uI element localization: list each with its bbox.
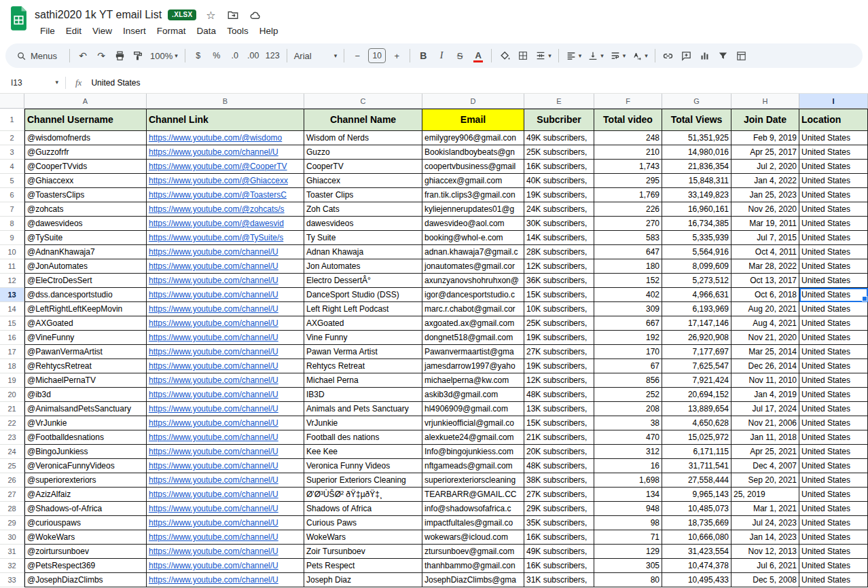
cell-G19[interactable]: 7,921,424 xyxy=(662,373,731,388)
cell-A3[interactable]: @Guzzofrfr xyxy=(24,145,147,160)
cell-B7[interactable]: https://www.youtube.com/@zohcats/s xyxy=(147,202,304,217)
cell-B13[interactable]: https://www.youtube.com/channel/U xyxy=(147,288,304,302)
cell-G18[interactable]: 7,625,547 xyxy=(662,359,731,373)
cell-A19[interactable]: @MichaelPernaTV xyxy=(24,373,147,388)
cell-A24[interactable]: @BingoJunkiess xyxy=(24,445,147,459)
cell-C29[interactable]: Curious Paws xyxy=(304,516,422,530)
cell-G23[interactable]: 15,025,972 xyxy=(662,430,731,445)
cell-G15[interactable]: 17,147,146 xyxy=(662,316,731,331)
cell-F17[interactable]: 170 xyxy=(594,345,662,359)
cell-F9[interactable]: 583 xyxy=(594,231,662,245)
cell-H19[interactable]: Nov 11, 2010 xyxy=(731,373,799,388)
cell-H27[interactable]: 25, 2019 xyxy=(731,488,799,502)
cell-A12[interactable]: @EleCtroDesSert xyxy=(24,274,147,288)
column-header-G[interactable]: G xyxy=(662,94,731,109)
header-cell-I1[interactable]: Location xyxy=(799,109,868,131)
cell-C33[interactable]: Joseph Diaz xyxy=(304,573,422,587)
menu-view[interactable]: View xyxy=(87,24,117,37)
cell-C24[interactable]: Kee Kee xyxy=(304,445,422,459)
redo-button[interactable]: ↷ xyxy=(92,46,110,65)
cell-D7[interactable]: kyliejennerupdates01@g xyxy=(422,202,524,217)
menu-file[interactable]: File xyxy=(35,24,60,37)
cell-E2[interactable]: 49K subscribers, xyxy=(524,131,594,145)
cell-B11[interactable]: https://www.youtube.com/channel/U xyxy=(147,259,304,274)
cell-B2[interactable]: https://www.youtube.com/@wisdomo xyxy=(147,131,304,145)
fill-color-button[interactable] xyxy=(496,46,513,65)
cell-H4[interactable]: Jul 2, 2020 xyxy=(731,160,799,174)
decrease-font-size-button[interactable]: − xyxy=(348,46,366,65)
cell-B4[interactable]: https://www.youtube.com/@CooperTV xyxy=(147,160,304,174)
cell-G7[interactable]: 16,960,161 xyxy=(662,202,731,217)
name-box[interactable]: I13 ▾ xyxy=(7,72,65,93)
cell-F30[interactable]: 71 xyxy=(594,530,662,545)
cell-A7[interactable]: @zohcats xyxy=(24,202,147,217)
cell-I11[interactable]: United States xyxy=(799,259,868,274)
cell-C6[interactable]: Toaster Clips xyxy=(304,188,422,202)
menu-help[interactable]: Help xyxy=(254,24,284,37)
print-button[interactable] xyxy=(111,46,128,65)
cell-A14[interactable]: @LeftRightLeftKeepMovin xyxy=(24,302,147,316)
cell-B9[interactable]: https://www.youtube.com/@TySuite/s xyxy=(147,231,304,245)
cell-B29[interactable]: https://www.youtube.com/channel/U xyxy=(147,516,304,530)
cell-E24[interactable]: 20K subscribers, xyxy=(524,445,594,459)
cell-F29[interactable]: 98 xyxy=(594,516,662,530)
menu-insert[interactable]: Insert xyxy=(117,24,151,37)
menu-tools[interactable]: Tools xyxy=(221,24,254,37)
row-header-31[interactable]: 31 xyxy=(0,545,24,559)
table-views-button[interactable] xyxy=(733,46,751,65)
borders-button[interactable] xyxy=(514,46,532,65)
cell-F7[interactable]: 226 xyxy=(594,202,662,217)
cell-I17[interactable]: United States xyxy=(799,345,868,359)
cell-B22[interactable]: https://www.youtube.com/channel/U xyxy=(147,416,304,430)
cell-A11[interactable]: @JonAutomates xyxy=(24,259,147,274)
cell-H2[interactable]: Feb 9, 2019 xyxy=(731,131,799,145)
cell-F25[interactable]: 16 xyxy=(594,459,662,473)
cell-F26[interactable]: 1,698 xyxy=(594,473,662,488)
cell-I19[interactable]: United States xyxy=(799,373,868,388)
cell-A4[interactable]: @CooperTVvids xyxy=(24,160,147,174)
cell-F32[interactable]: 305 xyxy=(594,559,662,573)
cell-C23[interactable]: Football des nations xyxy=(304,430,422,445)
cell-E33[interactable]: 31K subscribers, xyxy=(524,573,594,587)
cell-I25[interactable]: United States xyxy=(799,459,868,473)
cell-D17[interactable]: Pawanvermaartist@gma xyxy=(422,345,524,359)
insert-comment-button[interactable] xyxy=(678,46,695,65)
cell-E28[interactable]: 29K subscribers, xyxy=(524,502,594,516)
cell-I7[interactable]: United States xyxy=(799,202,868,217)
cell-E32[interactable]: 16K subscribers, xyxy=(524,559,594,573)
cell-I24[interactable]: United States xyxy=(799,445,868,459)
cell-D10[interactable]: adnan.khawaja7@gmail.c xyxy=(422,245,524,259)
cell-F5[interactable]: 295 xyxy=(594,174,662,188)
cell-C2[interactable]: Wisdom of Nerds xyxy=(304,131,422,145)
header-cell-A1[interactable]: Channel Username xyxy=(24,109,147,131)
cell-C18[interactable]: Rehtycs Retreat xyxy=(304,359,422,373)
cell-C3[interactable]: Guzzo xyxy=(304,145,422,160)
cell-H5[interactable]: Jan 4, 2022 xyxy=(731,174,799,188)
cell-A25[interactable]: @VeronicaFunnyVideos xyxy=(24,459,147,473)
cell-D11[interactable]: jonautomates@gmail.cor xyxy=(422,259,524,274)
cell-C15[interactable]: AXGoated xyxy=(304,316,422,331)
cell-F10[interactable]: 647 xyxy=(594,245,662,259)
cell-G26[interactable]: 27,558,444 xyxy=(662,473,731,488)
cell-E19[interactable]: 12K subscribers, xyxy=(524,373,594,388)
cell-D29[interactable]: impactfultales@gmail.co xyxy=(422,516,524,530)
cell-G22[interactable]: 4,650,628 xyxy=(662,416,731,430)
formula-input[interactable]: United States xyxy=(91,78,140,88)
cell-B15[interactable]: https://www.youtube.com/channel/U xyxy=(147,316,304,331)
cell-F18[interactable]: 67 xyxy=(594,359,662,373)
column-header-F[interactable]: F xyxy=(594,94,662,109)
cell-B14[interactable]: https://www.youtube.com/channel/U xyxy=(147,302,304,316)
more-formats-button[interactable]: 123 xyxy=(263,46,283,65)
cell-A15[interactable]: @AXGoated xyxy=(24,316,147,331)
row-header-12[interactable]: 12 xyxy=(0,274,24,288)
cell-B21[interactable]: https://www.youtube.com/channel/U xyxy=(147,402,304,416)
cell-G6[interactable]: 33,149,823 xyxy=(662,188,731,202)
cell-E10[interactable]: 28K subscribers, xyxy=(524,245,594,259)
cell-G31[interactable]: 31,423,554 xyxy=(662,545,731,559)
cell-A30[interactable]: @WokeWars xyxy=(24,530,147,545)
cell-E6[interactable]: 19K subscribers, xyxy=(524,188,594,202)
cell-E9[interactable]: 14K subscribers, xyxy=(524,231,594,245)
document-title[interactable]: sathi2020 1k YT email List xyxy=(35,9,162,21)
cell-C8[interactable]: dawesvideos xyxy=(304,217,422,231)
font-family-select[interactable]: Arial ▾ xyxy=(291,46,340,65)
